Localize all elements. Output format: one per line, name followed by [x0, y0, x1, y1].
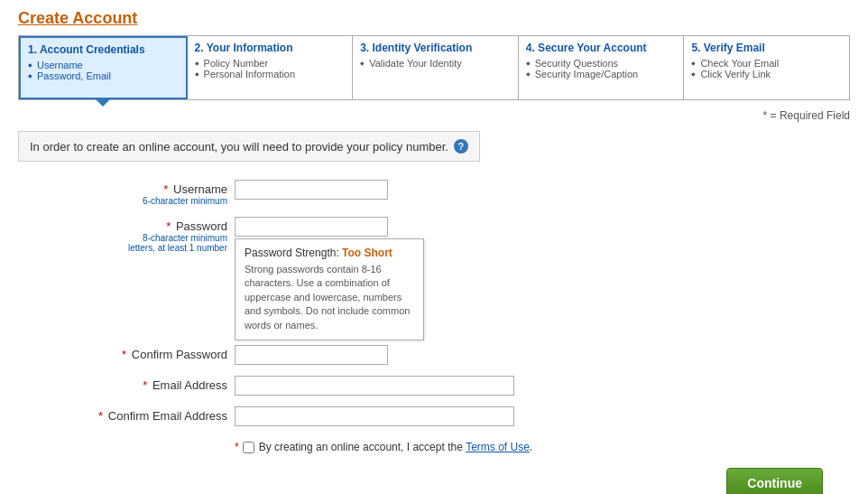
step-3: 3. Identity Verification Validate Your I…: [353, 36, 519, 99]
continue-button[interactable]: Continue: [726, 468, 823, 494]
username-required-star: *: [163, 182, 168, 196]
confirm-email-label: Confirm Email Address: [108, 409, 227, 423]
terms-suffix: .: [530, 441, 532, 453]
info-box: In order to create an online account, yo…: [18, 131, 480, 162]
strength-level: Too Short: [342, 247, 392, 259]
password-required-star: *: [166, 219, 171, 233]
password-label: Password: [176, 219, 227, 233]
terms-row: * By creating an online account, I accep…: [235, 441, 850, 453]
username-row: * Username 6-character minimum: [54, 180, 850, 206]
username-label: Username: [173, 182, 227, 196]
username-hint: 6-character minimum: [54, 196, 227, 206]
account-credentials-form: * Username 6-character minimum * Passwor…: [54, 180, 850, 453]
confirm-password-input[interactable]: [235, 345, 388, 365]
confirm-password-required-star: *: [122, 348, 126, 361]
email-row: * Email Address: [54, 376, 850, 396]
step-1-item: Username: [28, 60, 179, 70]
step-4: 4. Secure Your Account Security Question…: [519, 36, 685, 99]
password-input[interactable]: [235, 217, 388, 237]
confirm-password-label-group: * Confirm Password: [54, 345, 235, 361]
step-2-title: 2. Your Information: [195, 42, 346, 54]
step-2-item: Personal Information: [195, 69, 346, 79]
strength-description: Strong passwords contain 8-16 characters…: [245, 263, 414, 332]
step-1-item: Password, Email: [28, 70, 179, 81]
terms-required-star: *: [235, 441, 239, 453]
button-row: Continue: [18, 468, 850, 494]
step-4-item: Security Questions: [526, 58, 677, 69]
step-5-item: Click Verify Link: [691, 69, 842, 79]
email-label: Email Address: [152, 378, 227, 392]
step-5-item: Check Your Email: [691, 58, 842, 69]
confirm-password-row: * Confirm Password: [54, 345, 850, 365]
username-label-group: * Username 6-character minimum: [54, 180, 235, 206]
username-input[interactable]: [235, 180, 388, 200]
step-5-title: 5. Verify Email: [691, 42, 842, 54]
info-box-text: In order to create an online account, yo…: [30, 140, 448, 154]
help-icon[interactable]: ?: [454, 139, 468, 154]
step-1-title: 1. Account Credentials: [28, 43, 179, 56]
password-row: * Password 8-character minimum letters, …: [54, 217, 850, 253]
required-field-note: * = Required Field: [18, 109, 850, 122]
step-3-title: 3. Identity Verification: [360, 42, 511, 54]
email-input[interactable]: [235, 376, 514, 396]
strength-title: Password Strength: Too Short: [245, 247, 414, 259]
step-5: 5. Verify Email Check Your Email Click V…: [684, 36, 849, 99]
step-2-item: Policy Number: [195, 58, 346, 69]
password-label-group: * Password 8-character minimum letters, …: [54, 217, 235, 253]
step-3-item: Validate Your Identity: [360, 58, 511, 69]
steps-navigation: 1. Account Credentials Username Password…: [18, 36, 850, 100]
confirm-email-required-star: *: [98, 409, 103, 423]
confirm-email-input[interactable]: [235, 406, 514, 426]
confirm-password-label: Confirm Password: [132, 348, 227, 361]
step-4-item: Security Image/Caption: [526, 69, 677, 79]
confirm-email-label-group: * Confirm Email Address: [54, 406, 235, 423]
password-wrapper: Password Strength: Too Short Strong pass…: [235, 217, 388, 237]
page-title: Create Account: [18, 9, 850, 28]
step-2: 2. Your Information Policy Number Person…: [188, 36, 354, 99]
terms-checkbox[interactable]: [243, 442, 254, 453]
terms-prefix-text: By creating an online account, I accept …: [259, 441, 463, 453]
password-hint1: 8-character minimum: [54, 233, 227, 243]
password-hint2: letters, at least 1 number: [54, 243, 227, 253]
email-label-group: * Email Address: [54, 376, 235, 392]
email-required-star: *: [143, 378, 147, 392]
password-strength-popup: Password Strength: Too Short Strong pass…: [235, 238, 424, 340]
step-1: 1. Account Credentials Username Password…: [19, 36, 188, 99]
step-4-title: 4. Secure Your Account: [526, 42, 677, 54]
terms-link[interactable]: Terms of Use: [466, 441, 530, 453]
popup-spacer: [54, 264, 850, 345]
confirm-email-row: * Confirm Email Address: [54, 406, 850, 426]
